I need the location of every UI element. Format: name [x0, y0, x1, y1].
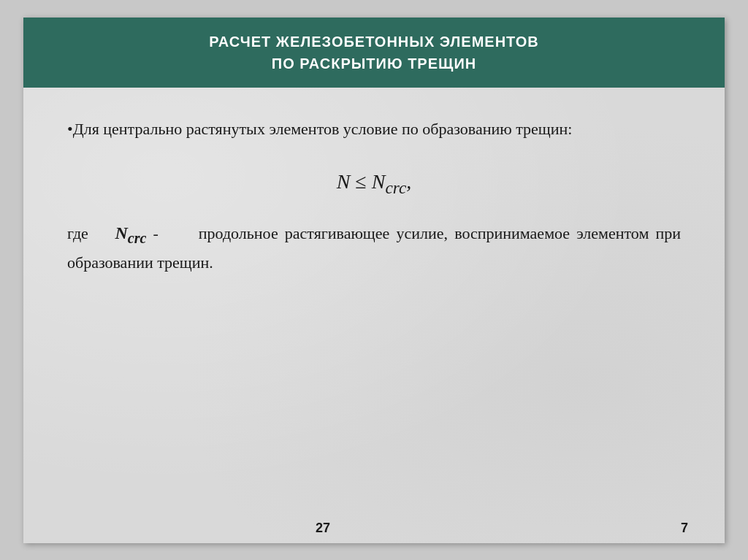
- where-description: продольное растягивающее усилие, восприн…: [67, 224, 681, 272]
- formula-text: N ≤ Ncrc,: [337, 170, 412, 193]
- header-title: РАСЧЕТ ЖЕЛЕЗОБЕТОННЫХ ЭЛЕМЕНТОВ ПО РАСКР…: [53, 31, 695, 74]
- bullet-text: •Для центрально растянутых элементов усл…: [67, 120, 572, 138]
- slide: РАСЧЕТ ЖЕЛЕЗОБЕТОННЫХ ЭЛЕМЕНТОВ ПО РАСКР…: [23, 18, 725, 543]
- where-paragraph: где Ncrc - продольное растягивающее усил…: [67, 219, 681, 275]
- slide-number: 7: [681, 521, 688, 536]
- where-dash: -: [146, 224, 158, 242]
- where-ncrc: Ncrc: [115, 223, 147, 242]
- formula-sub: crc: [385, 177, 406, 196]
- where-ncrc-sub: crc: [128, 230, 147, 246]
- slide-content: •Для центрально растянутых элементов усл…: [23, 88, 725, 543]
- bullet-paragraph: •Для центрально растянутых элементов усл…: [67, 117, 681, 141]
- formula-block: N ≤ Ncrc,: [67, 170, 681, 198]
- where-label: где: [67, 224, 88, 242]
- slide-header: РАСЧЕТ ЖЕЛЕЗОБЕТОННЫХ ЭЛЕМЕНТОВ ПО РАСКР…: [23, 18, 725, 88]
- formula-end: ,: [406, 170, 411, 193]
- header-line2: ПО РАСКРЫТИЮ ТРЕЩИН: [272, 55, 476, 72]
- header-line1: РАСЧЕТ ЖЕЛЕЗОБЕТОННЫХ ЭЛЕМЕНТОВ: [209, 34, 539, 50]
- page-number: 27: [316, 521, 330, 536]
